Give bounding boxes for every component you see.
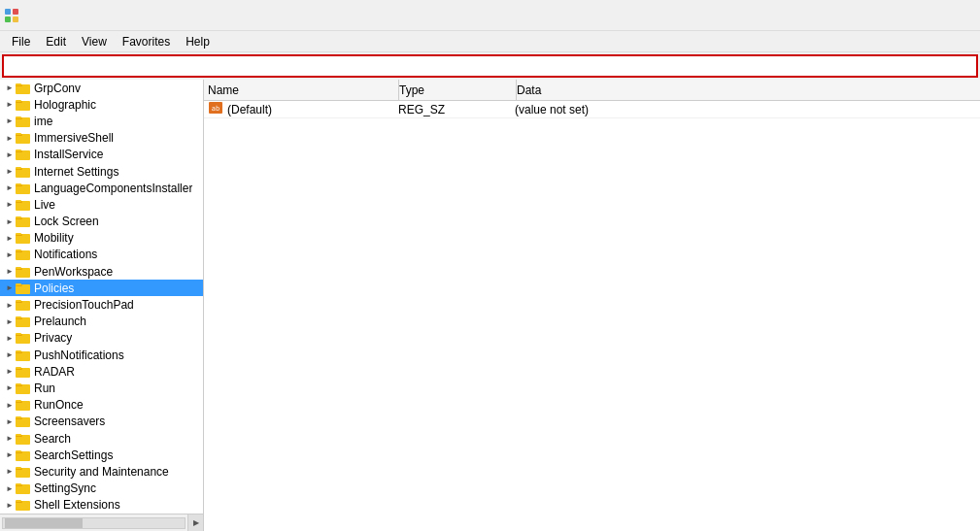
tree-arrow-icon: ►	[4, 299, 16, 311]
tree-item-label: ime	[34, 115, 52, 128]
folder-icon	[16, 481, 31, 495]
col-header-type: Type	[399, 83, 516, 97]
svg-rect-57	[16, 367, 21, 369]
tree-arrow-icon: ►	[4, 315, 16, 327]
tree-item[interactable]: ► Run	[0, 380, 203, 396]
tree-item[interactable]: ► Internet Settings	[0, 163, 203, 180]
tree-item[interactable]: ► Security and Maintenance	[0, 463, 203, 480]
tree-item[interactable]: ► SearchSettings	[0, 447, 203, 463]
tree-item-label: GrpConv	[34, 82, 81, 95]
tree-item[interactable]: ► InstallService	[0, 147, 203, 163]
minimize-button[interactable]	[838, 0, 883, 31]
tree-arrow-icon: ►	[4, 282, 16, 294]
tree-arrow-icon: ►	[4, 249, 16, 260]
tree-item-label: Holographic	[34, 98, 96, 112]
tree-item-label: Live	[34, 198, 55, 212]
svg-rect-21	[16, 167, 21, 169]
tree-item[interactable]: ► Screensavers	[0, 414, 203, 430]
tree-arrow-icon: ►	[4, 166, 16, 178]
tree-arrow-icon: ►	[4, 149, 16, 160]
tree-item-label: Notifications	[34, 248, 97, 261]
menu-item-file[interactable]: File	[4, 33, 38, 50]
svg-rect-15	[16, 133, 21, 135]
svg-rect-63	[16, 400, 21, 402]
tree-arrow-icon: ►	[4, 83, 16, 94]
tree-arrow-icon: ►	[4, 199, 16, 211]
tree-item[interactable]: ► RunOnce	[0, 397, 203, 414]
tree-item[interactable]: ► ImmersiveShell	[0, 130, 203, 147]
folder-icon	[16, 315, 31, 328]
tree-item[interactable]: ► Holographic	[0, 96, 203, 113]
svg-rect-12	[16, 116, 21, 118]
tree-item[interactable]: ► SettingSync	[0, 481, 203, 497]
address-bar[interactable]	[2, 54, 978, 78]
tree-item[interactable]: ► Lock Screen	[0, 214, 203, 230]
table-header: Name Type Data	[204, 80, 980, 101]
menu-item-help[interactable]: Help	[178, 33, 218, 50]
tree-arrow-icon: ►	[4, 366, 16, 378]
tree-item-label: PenWorkspace	[34, 265, 113, 279]
tree-item-label: SearchSettings	[34, 448, 113, 462]
svg-rect-36	[16, 249, 21, 251]
folder-icon	[16, 265, 31, 279]
folder-icon	[16, 131, 31, 145]
tree-item[interactable]: ► Notifications	[0, 247, 203, 263]
title-bar	[0, 0, 980, 31]
tree-item[interactable]: ► PrecisionTouchPad	[0, 296, 203, 313]
tree-item-label: RADAR	[34, 365, 75, 379]
tree-item[interactable]: ► PenWorkspace	[0, 263, 203, 280]
tree-item[interactable]: ► Prelaunch	[0, 314, 203, 330]
table-row[interactable]: ab (Default)REG_SZ(value not set)	[204, 101, 980, 118]
tree-item[interactable]: ► Shell Extensions	[0, 497, 203, 514]
svg-rect-66	[16, 416, 21, 418]
tree-item[interactable]: ► Policies	[0, 280, 203, 296]
svg-rect-81	[16, 500, 21, 502]
tree-item[interactable]: ► Search	[0, 430, 203, 447]
tree-item[interactable]: ► Mobility	[0, 230, 203, 247]
tree-item-label: SettingSync	[34, 481, 96, 495]
folder-icon	[16, 215, 31, 228]
main-content: ► GrpConv► Holographic► ime► ImmersiveSh…	[0, 80, 980, 531]
folder-icon	[16, 148, 31, 161]
menu-item-view[interactable]: View	[74, 33, 115, 50]
cell-name-text: (Default)	[227, 103, 272, 116]
tree-arrow-icon: ►	[4, 415, 16, 427]
table-body: ab (Default)REG_SZ(value not set)	[204, 101, 980, 118]
col-header-data: Data	[517, 83, 980, 97]
tree-item-label: Internet Settings	[34, 165, 118, 179]
tree-panel[interactable]: ► GrpConv► Holographic► ime► ImmersiveSh…	[0, 80, 204, 531]
menu-item-edit[interactable]: Edit	[38, 33, 74, 50]
tree-arrow-icon: ►	[4, 349, 16, 361]
folder-icon	[16, 465, 31, 479]
tree-item-label: RunOnce	[34, 398, 84, 412]
tree-item[interactable]: ► PushNotifications	[0, 347, 203, 363]
folder-icon	[16, 398, 31, 412]
tree-arrow-icon: ►	[4, 433, 16, 445]
folder-icon	[16, 182, 31, 195]
cell-type: REG_SZ	[398, 103, 515, 116]
tree-item-label: Lock Screen	[34, 215, 99, 228]
tree-arrow-icon: ►	[4, 332, 16, 344]
tree-arrow-icon: ►	[4, 232, 16, 244]
horizontal-scrollbar[interactable]	[2, 517, 186, 529]
close-button[interactable]	[928, 0, 972, 31]
tree-item[interactable]: ► LanguageComponentsInstaller	[0, 180, 203, 196]
tree-item-label: Shell Extensions	[34, 498, 120, 512]
tree-item[interactable]: ► GrpConv	[0, 80, 203, 96]
tree-item[interactable]: ► Live	[0, 196, 203, 213]
svg-rect-3	[13, 17, 18, 22]
svg-rect-39	[16, 267, 21, 269]
svg-rect-75	[16, 467, 21, 469]
tree-item[interactable]: ► RADAR	[0, 363, 203, 380]
scroll-right-arrow[interactable]: ▶	[187, 514, 203, 532]
folder-icon	[16, 282, 31, 295]
cell-name: ab (Default)	[204, 100, 398, 118]
folder-icon	[16, 82, 31, 95]
tree-item[interactable]: ► Privacy	[0, 330, 203, 347]
col-header-name: Name	[204, 83, 398, 97]
tree-arrow-icon: ►	[4, 266, 16, 278]
tree-arrow-icon: ►	[4, 132, 16, 144]
menu-item-favorites[interactable]: Favorites	[115, 33, 178, 50]
tree-item[interactable]: ► ime	[0, 113, 203, 129]
maximize-button[interactable]	[883, 0, 928, 31]
